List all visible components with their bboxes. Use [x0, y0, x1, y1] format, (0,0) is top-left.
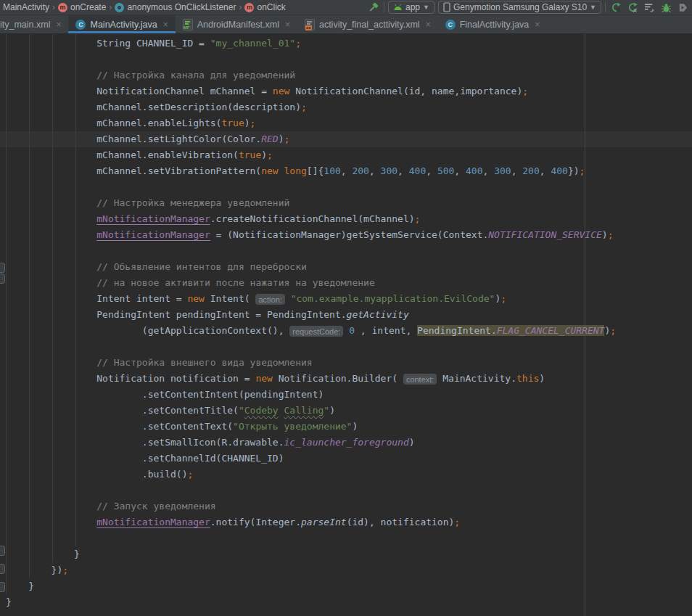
code-line[interactable]: mNotificationManager = (NotificationMana…	[0, 227, 692, 243]
close-tab-icon[interactable]: ×	[426, 20, 431, 30]
android-icon	[393, 4, 403, 11]
tab-MainActivity.java[interactable]: CMainActivity.java×	[68, 15, 175, 33]
code-line[interactable]: .setSmallIcon(R.drawable.ic_launcher_for…	[0, 435, 692, 451]
breadcrumb-separator: ›	[109, 2, 112, 12]
code-area: String CHANNEL_ID = "my_channel_01"; // …	[0, 34, 692, 616]
ide-window: MainActivity›monCreate›anonymous OnClick…	[0, 0, 692, 616]
code-editor[interactable]: String CHANNEL_ID = "my_channel_01"; // …	[0, 34, 692, 616]
breadcrumb-separator: ›	[52, 2, 55, 12]
tab-label: FinalActtivity.java	[460, 20, 530, 30]
method-icon: m	[244, 3, 254, 12]
code-line[interactable]: mNotificationManager.notify(Integer.pars…	[0, 514, 692, 530]
code-line[interactable]: mChannel.enableVibration(true);	[0, 147, 692, 163]
code-line[interactable]: Notification notification = new Notifica…	[0, 371, 692, 387]
breadcrumb: MainActivity›monCreate›anonymous OnClick…	[3, 2, 286, 12]
breadcrumb-item[interactable]: monCreate	[58, 2, 106, 12]
code-line[interactable]	[0, 339, 692, 355]
tab-label: ity_main.xml	[0, 20, 50, 30]
tab-ity_main.xml[interactable]: ity_main.xml×	[0, 15, 68, 33]
close-tab-icon[interactable]: ×	[56, 20, 61, 30]
navigation-bar: MainActivity›monCreate›anonymous OnClick…	[0, 0, 692, 15]
build-hammer-icon[interactable]	[367, 1, 380, 14]
device-label: Genymotion Samsung Galaxy S10	[453, 2, 587, 12]
fold-marker[interactable]	[0, 274, 5, 284]
attach-debugger-icon[interactable]	[676, 1, 689, 14]
run-configuration-select[interactable]: app ▼	[388, 1, 434, 14]
code-line[interactable]: .setContentTitle("Codeby Calling")	[0, 403, 692, 419]
editor-tab-bar: ity_main.xml×CMainActivity.java×MFAndroi…	[0, 15, 692, 34]
code-line[interactable]	[0, 243, 692, 259]
code-line[interactable]	[0, 52, 692, 67]
sync-run-tasks-icon[interactable]	[643, 1, 656, 14]
toolbar-separator	[605, 2, 606, 12]
fold-marker[interactable]	[0, 564, 5, 574]
code-line[interactable]: NotificationChannel mChannel = new Notif…	[0, 83, 692, 99]
apply-code-changes-icon[interactable]: A	[626, 1, 639, 14]
method-icon: m	[58, 3, 67, 12]
code-line[interactable]: .setChannelId(CHANNEL_ID)	[0, 451, 692, 467]
tab-FinalActtivity.java[interactable]: CFinalActtivity.java×	[438, 15, 548, 33]
fold-marker[interactable]	[0, 263, 5, 273]
fold-marker[interactable]	[0, 582, 5, 592]
toolbar-separator	[384, 2, 384, 12]
code-line[interactable]: mNotificationManager.createNotificationC…	[0, 211, 692, 227]
code-line[interactable]: .setContentIntent(pendingIntent)	[0, 387, 692, 403]
code-line[interactable]: (getApplicationContext(), requestCode: 0…	[0, 323, 692, 339]
java-class-icon: C	[75, 20, 86, 30]
code-line[interactable]: Intent intent = new Intent( action: "com…	[0, 291, 692, 307]
fold-marker[interactable]	[0, 546, 5, 556]
phone-icon	[443, 2, 450, 12]
code-line[interactable]: // Настройка внешнего вида уведомления	[0, 355, 692, 371]
tab-label: AndroidManifest.xml	[197, 20, 279, 30]
tab-activity_final_acttivity.xml[interactable]: cxactivity_final_acttivity.xml×	[297, 15, 438, 33]
tab-label: activity_final_acttivity.xml	[319, 20, 420, 30]
code-line[interactable]: // на новое активити после нажатия на ув…	[0, 275, 692, 291]
close-tab-icon[interactable]: ×	[535, 20, 540, 30]
manifest-file-icon: MF	[183, 19, 193, 30]
chevron-down-icon: ▼	[423, 4, 429, 11]
breadcrumb-item[interactable]: monClick	[244, 2, 285, 12]
code-line[interactable]: .setContentText("Открыть уведомление")	[0, 419, 692, 435]
debug-icon[interactable]	[659, 1, 672, 14]
code-line[interactable]: mChannel.setVibrationPattern(new long[]{…	[0, 163, 692, 179]
code-line[interactable]: mChannel.enableLights(true);	[0, 115, 692, 131]
code-line[interactable]: // Настройка канала для уведомлений	[0, 67, 692, 83]
code-line[interactable]: });	[0, 562, 692, 578]
java-class-icon: C	[445, 20, 456, 30]
chevron-down-icon: ▼	[590, 4, 596, 11]
code-line[interactable]	[0, 482, 692, 498]
code-line[interactable]: // Обьявление интентов для переброски	[0, 259, 692, 275]
code-line[interactable]	[0, 179, 692, 195]
code-line[interactable]: String CHANNEL_ID = "my_channel_01";	[0, 36, 692, 52]
close-tab-icon[interactable]: ×	[285, 20, 290, 30]
layout-xml-file-icon: cx	[305, 19, 315, 30]
run-configuration-label: app	[405, 2, 420, 12]
code-line[interactable]: // Запуск уведомления	[0, 498, 692, 514]
code-line[interactable]: .build();	[0, 467, 692, 482]
code-line[interactable]	[0, 530, 692, 546]
code-line[interactable]: }	[0, 546, 692, 562]
device-select[interactable]: Genymotion Samsung Galaxy S10 ▼	[438, 1, 601, 14]
breadcrumb-item[interactable]: MainActivity	[3, 2, 49, 12]
tab-AndroidManifest.xml[interactable]: MFAndroidManifest.xml×	[176, 15, 297, 33]
apply-changes-restart-icon[interactable]	[609, 1, 622, 14]
svg-text:A: A	[633, 7, 636, 13]
code-line[interactable]: // Настройка менеджера уведомлений	[0, 195, 692, 211]
code-line[interactable]: mChannel.setDescription(description);	[0, 99, 692, 115]
breadcrumb-separator: ›	[239, 2, 242, 12]
tab-label: MainActivity.java	[90, 20, 157, 30]
code-line[interactable]: }	[0, 594, 692, 610]
code-line[interactable]: }	[0, 578, 692, 594]
code-line[interactable]: mChannel.setLightColor(Color.RED);	[0, 131, 692, 147]
breadcrumb-item[interactable]: anonymous OnClickListener	[115, 2, 236, 12]
close-tab-icon[interactable]: ×	[163, 20, 168, 30]
code-line[interactable]: PendingIntent pendingIntent = PendingInt…	[0, 307, 692, 323]
anonymous-class-icon	[115, 3, 124, 12]
